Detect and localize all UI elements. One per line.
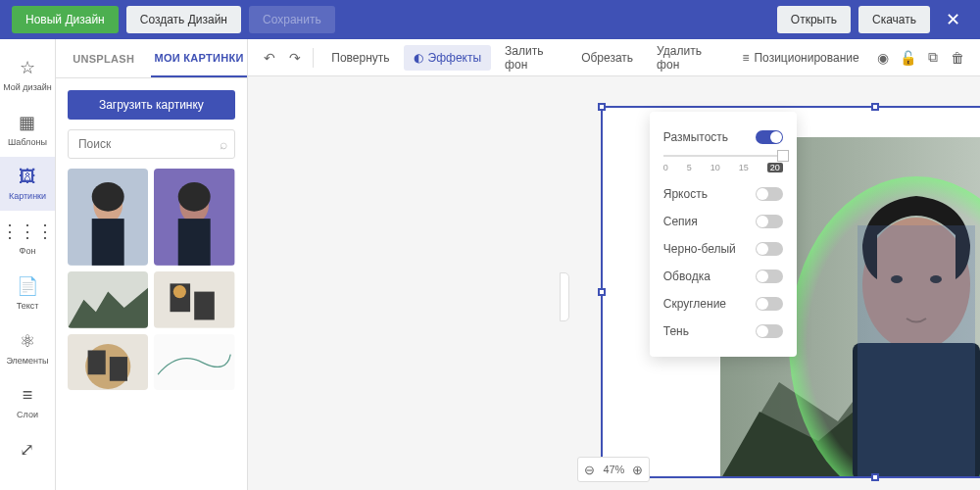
tab-my-images[interactable]: МОИ КАРТИНКИ — [151, 39, 246, 77]
top-bar: Новый Дизайн Создать Дизайн Сохранить От… — [0, 0, 980, 39]
undo-icon[interactable]: ↶ — [260, 45, 280, 71]
redo-icon[interactable]: ↷ — [284, 45, 305, 71]
svg-rect-18 — [154, 334, 234, 391]
create-design-button[interactable]: Создать Дизайн — [126, 6, 241, 33]
image-icon: 🖼 — [19, 167, 36, 187]
slider-thumb[interactable] — [777, 150, 789, 162]
grid-icon: ▦ — [19, 112, 35, 133]
save-button: Сохранить — [249, 6, 335, 33]
svg-rect-6 — [178, 219, 211, 266]
drop-icon[interactable]: ◉ — [873, 45, 894, 71]
sidebar-my-design[interactable]: ☆Мой дизайн — [0, 47, 55, 102]
elements-icon: ⚛ — [20, 330, 35, 352]
effect-brightness-label: Яркость — [663, 187, 708, 201]
sidebar-layers[interactable]: ≡Слои — [0, 375, 55, 429]
open-button[interactable]: Открыть — [777, 6, 851, 33]
close-icon[interactable]: ✕ — [938, 9, 968, 30]
shadow-toggle[interactable] — [756, 324, 783, 338]
resize-handle[interactable] — [871, 103, 879, 111]
svg-rect-17 — [110, 357, 127, 381]
sidebar-elements[interactable]: ⚛Элементы — [0, 320, 55, 375]
svg-rect-16 — [88, 350, 106, 374]
effect-shadow-label: Тень — [663, 324, 689, 338]
image-thumbnail[interactable] — [154, 334, 234, 391]
effect-blur-label: Размытость — [663, 130, 728, 144]
star-icon: ☆ — [20, 57, 35, 78]
remove-bg-button[interactable]: Удалить фон — [647, 45, 724, 71]
canvas-area: ↶ ↷ Повернуть ◐Эффекты Залить фон Обреза… — [248, 39, 980, 490]
image-thumbnail[interactable] — [68, 334, 148, 391]
zoom-in-icon[interactable]: ⊕ — [632, 463, 643, 477]
zoom-value: 47% — [603, 464, 624, 475]
resize-handle[interactable] — [598, 103, 606, 111]
new-design-button[interactable]: Новый Дизайн — [12, 6, 119, 33]
blur-slider[interactable]: 0 5 10 15 20 — [663, 155, 783, 172]
search-icon: ⌕ — [220, 136, 227, 152]
search-input[interactable] — [68, 129, 235, 159]
sidebar-templates[interactable]: ▦Шаблоны — [0, 102, 55, 157]
layers-icon: ≡ — [742, 51, 749, 65]
copy-icon[interactable]: ⧉ — [922, 45, 943, 71]
effects-icon: ◐ — [414, 51, 423, 65]
dots-icon: ⋮⋮⋮ — [1, 220, 54, 242]
sidebar-images[interactable]: 🖼Картинки — [0, 157, 55, 211]
panel-collapse-handle[interactable] — [560, 272, 569, 321]
effect-stroke-label: Обводка — [663, 270, 710, 283]
stroke-toggle[interactable] — [756, 270, 783, 283]
blur-toggle[interactable] — [756, 130, 783, 144]
text-icon: 📄 — [17, 275, 38, 297]
sepia-toggle[interactable] — [756, 215, 783, 228]
positioning-button[interactable]: ≡Позиционирование — [732, 45, 868, 71]
context-toolbar: ↶ ↷ Повернуть ◐Эффекты Залить фон Обреза… — [248, 39, 980, 76]
svg-rect-2 — [92, 219, 124, 266]
effects-dropdown: Размытость 0 5 10 15 20 Яркость Сепия Че… — [650, 112, 797, 357]
image-thumbnail[interactable] — [154, 271, 234, 328]
svg-point-7 — [178, 182, 211, 212]
svg-rect-12 — [195, 291, 216, 319]
zoom-control: ⊖ 47% ⊕ — [577, 457, 650, 482]
bw-toggle[interactable] — [756, 242, 783, 256]
rotate-button[interactable]: Повернуть — [321, 45, 399, 71]
resize-handle[interactable] — [598, 288, 606, 296]
crop-button[interactable]: Обрезать — [571, 45, 643, 71]
sidebar-fullscreen[interactable]: ⤢ — [0, 429, 55, 474]
svg-point-13 — [173, 285, 186, 298]
image-thumbnail[interactable] — [68, 169, 148, 266]
image-thumbnail[interactable] — [154, 169, 234, 266]
images-panel: UNSPLASH МОИ КАРТИНКИ Загрузить картинку… — [56, 39, 248, 490]
sidebar-background[interactable]: ⋮⋮⋮Фон — [0, 211, 55, 266]
resize-handle[interactable] — [871, 473, 879, 481]
svg-point-3 — [92, 182, 124, 212]
svg-rect-27 — [858, 225, 975, 476]
effect-sepia-label: Сепия — [663, 215, 698, 228]
upload-image-button[interactable]: Загрузить картинку — [68, 90, 235, 120]
effect-bw-label: Черно-белый — [663, 242, 736, 256]
rounding-toggle[interactable] — [756, 297, 783, 311]
zoom-out-icon[interactable]: ⊖ — [584, 463, 595, 477]
sidebar-text[interactable]: 📄Текст — [0, 266, 55, 320]
trash-icon[interactable]: 🗑 — [948, 45, 968, 71]
image-thumbnail[interactable] — [68, 271, 148, 328]
tab-unsplash[interactable]: UNSPLASH — [56, 39, 151, 77]
layers-icon: ≡ — [23, 385, 33, 406]
effect-rounding-label: Скругление — [663, 297, 726, 311]
brightness-toggle[interactable] — [756, 187, 783, 201]
fill-bg-button[interactable]: Залить фон — [495, 45, 567, 71]
effects-button[interactable]: ◐Эффекты — [404, 45, 492, 71]
left-sidebar: ☆Мой дизайн ▦Шаблоны 🖼Картинки ⋮⋮⋮Фон 📄Т… — [0, 39, 56, 490]
download-button[interactable]: Скачать — [858, 6, 930, 33]
lock-icon[interactable]: 🔓 — [898, 45, 918, 71]
expand-icon: ⤢ — [20, 439, 34, 461]
